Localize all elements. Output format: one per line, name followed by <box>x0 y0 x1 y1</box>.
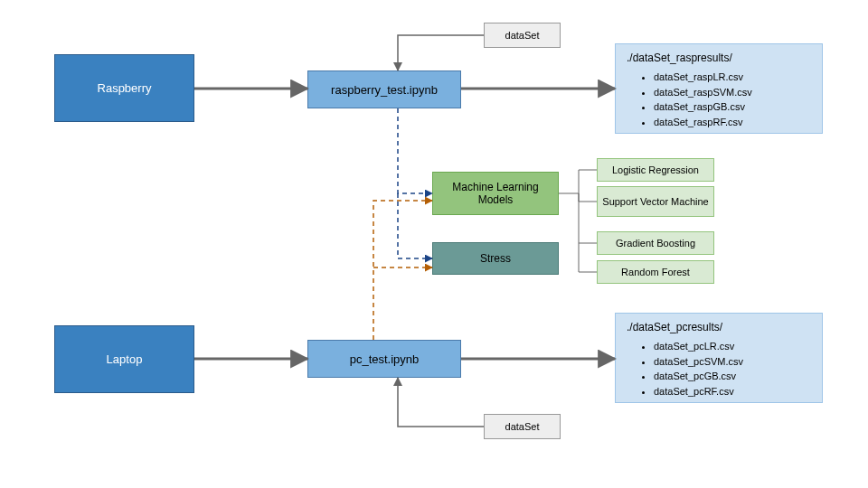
label-raspberry-test: raspberry_test.ipynb <box>331 83 438 97</box>
node-svm: Support Vector Machine <box>597 186 714 217</box>
node-gb: Gradient Boosting <box>597 231 714 255</box>
edge-pctest-to-ml <box>373 201 432 340</box>
rasp-results-list: dataSet_raspLR.csv dataSet_raspSVM.csv d… <box>627 70 752 129</box>
label-svm: Support Vector Machine <box>602 196 708 207</box>
node-pc-test: pc_test.ipynb <box>307 340 461 378</box>
node-raspberry: Raspberry <box>54 54 194 122</box>
node-dataset-top: dataSet <box>484 23 561 48</box>
label-rf: Random Forest <box>621 267 690 277</box>
list-item: dataSet_pcRF.csv <box>654 384 743 399</box>
edge-dataset-to-rasptest <box>398 35 484 70</box>
node-ml-models: Machine Learning Models <box>432 172 559 215</box>
list-item: dataSet_raspLR.csv <box>654 70 752 85</box>
edge-dataset-to-pctest <box>398 378 484 427</box>
node-stress: Stress <box>432 242 559 275</box>
edge-ml-to-gb <box>579 193 597 243</box>
node-lr: Logistic Regression <box>597 158 714 182</box>
node-rf: Random Forest <box>597 260 714 284</box>
pc-results-list: dataSet_pcLR.csv dataSet_pcSVM.csv dataS… <box>627 339 743 399</box>
label-rasp-results-title: ./dataSet_raspresults/ <box>627 52 732 64</box>
label-ml-models: Machine Learning Models <box>437 181 554 206</box>
label-stress: Stress <box>480 252 511 265</box>
list-item: dataSet_pcGB.csv <box>654 369 743 384</box>
node-dataset-bottom: dataSet <box>484 414 561 439</box>
edge-rasptest-to-stress <box>398 193 432 258</box>
list-item: dataSet_raspRF.csv <box>654 115 752 130</box>
edge-ml-to-svm <box>579 193 597 202</box>
label-pc-results-title: ./dataSet_pcresults/ <box>627 321 722 333</box>
list-item: dataSet_pcLR.csv <box>654 339 743 354</box>
edge-ml-to-rf <box>579 243 597 272</box>
label-laptop: Laptop <box>107 352 143 366</box>
node-raspberry-test: raspberry_test.ipynb <box>307 70 461 108</box>
node-pc-results: ./dataSet_pcresults/ dataSet_pcLR.csv da… <box>615 313 823 403</box>
list-item: dataSet_pcSVM.csv <box>654 354 743 370</box>
label-dataset-top: dataSet <box>505 30 540 41</box>
edge-rasptest-to-ml <box>398 108 432 193</box>
node-rasp-results: ./dataSet_raspresults/ dataSet_raspLR.cs… <box>615 43 823 134</box>
label-gb: Gradient Boosting <box>616 238 695 249</box>
label-lr: Logistic Regression <box>612 164 699 175</box>
label-pc-test: pc_test.ipynb <box>350 352 420 366</box>
label-raspberry: Raspberry <box>98 81 152 95</box>
list-item: dataSet_raspGB.csv <box>654 99 752 115</box>
label-dataset-bottom: dataSet <box>505 421 540 432</box>
edge-ml-to-lr <box>559 170 597 193</box>
list-item: dataSet_raspSVM.csv <box>654 85 752 100</box>
node-laptop: Laptop <box>54 325 194 393</box>
